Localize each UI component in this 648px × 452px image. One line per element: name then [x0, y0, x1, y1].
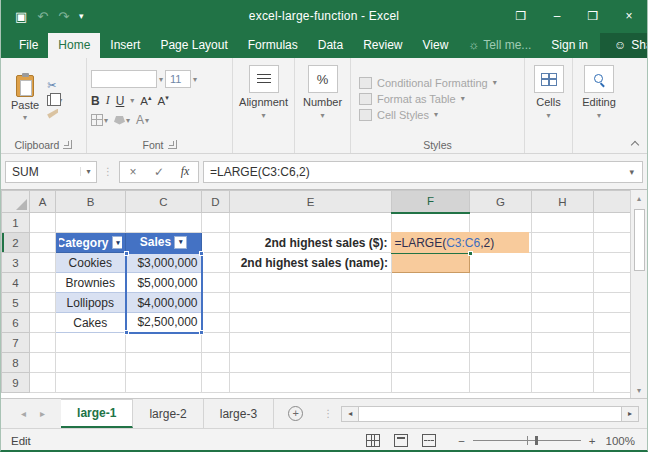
cell[interactable]: [30, 233, 56, 253]
collapse-ribbon-icon[interactable]: [631, 140, 639, 148]
minimize-icon[interactable]: –: [539, 2, 575, 30]
cell[interactable]: [392, 313, 470, 333]
cell[interactable]: [230, 333, 392, 353]
format-as-table-button[interactable]: Format as Table▾: [359, 93, 516, 105]
zoom-slider[interactable]: [473, 440, 581, 441]
horizontal-scroll-track[interactable]: [359, 406, 621, 422]
cell[interactable]: [594, 293, 631, 313]
vertical-scrollbar[interactable]: ▴ ▾: [630, 190, 647, 398]
cell-b2-category-header[interactable]: Category▾: [56, 233, 126, 253]
cell[interactable]: [392, 333, 470, 353]
cell[interactable]: [532, 273, 594, 293]
col-header-d[interactable]: D: [202, 191, 230, 213]
cell[interactable]: [230, 293, 392, 313]
tab-page-layout[interactable]: Page Layout: [150, 33, 237, 58]
cell[interactable]: [30, 213, 56, 233]
font-size-dropdown-icon[interactable]: ▾: [193, 75, 197, 84]
bold-button[interactable]: B: [91, 94, 100, 108]
close-icon[interactable]: ×: [611, 2, 647, 30]
maximize-icon[interactable]: ❒: [575, 2, 611, 30]
cell[interactable]: [230, 313, 392, 333]
cell[interactable]: [30, 293, 56, 313]
font-dialog-launcher-icon[interactable]: [168, 140, 177, 149]
cell[interactable]: [594, 273, 631, 293]
row-header-5[interactable]: 5: [2, 293, 30, 313]
cell-c2-sales-header[interactable]: Sales▾: [126, 233, 202, 253]
formula-input[interactable]: =LARGE(C3:C6,2) ▾: [203, 161, 643, 183]
cell[interactable]: [470, 373, 532, 393]
cell[interactable]: [594, 253, 631, 273]
editing-button[interactable]: Editing ▾: [577, 61, 621, 153]
cell[interactable]: [56, 373, 126, 393]
cell[interactable]: [470, 313, 532, 333]
cell[interactable]: [202, 313, 230, 333]
horizontal-scrollbar[interactable]: ◂ ▸: [341, 404, 639, 423]
cut-button[interactable]: ✂: [47, 79, 62, 92]
font-name-dropdown-icon[interactable]: ▾: [159, 75, 163, 84]
ribbon-display-options-icon[interactable]: ❒: [503, 2, 539, 30]
cell[interactable]: [202, 293, 230, 313]
font-name-input[interactable]: [91, 70, 157, 88]
tab-review[interactable]: Review: [353, 33, 412, 58]
cell[interactable]: [230, 273, 392, 293]
cell[interactable]: [126, 353, 202, 373]
row-header-8[interactable]: 8: [2, 353, 30, 373]
cell[interactable]: [594, 233, 631, 253]
cell[interactable]: [532, 353, 594, 373]
undo-icon[interactable]: ↶: [37, 9, 48, 24]
cell[interactable]: [202, 253, 230, 273]
cell-f2-active-formula[interactable]: =LARGE(C3:C6,2): [392, 233, 470, 253]
cell[interactable]: [392, 293, 470, 313]
new-sheet-button[interactable]: +: [274, 399, 317, 428]
cell[interactable]: [126, 333, 202, 353]
name-box-dropdown-icon[interactable]: ▾: [80, 167, 96, 176]
cell[interactable]: [56, 333, 126, 353]
zoom-out-icon[interactable]: −: [458, 435, 465, 447]
cell[interactable]: [202, 333, 230, 353]
cell-c4[interactable]: $5,000,000: [126, 273, 202, 293]
cells-button[interactable]: Cells ▾: [529, 61, 568, 153]
tell-me-box[interactable]: ☼ Tell me...: [458, 33, 541, 58]
cell[interactable]: [594, 353, 631, 373]
sheet-tab-large-2[interactable]: large-2: [133, 399, 203, 428]
vertical-scroll-thumb[interactable]: [634, 209, 645, 271]
grow-font-button[interactable]: A▴: [140, 94, 151, 107]
cell[interactable]: [392, 353, 470, 373]
insert-function-button[interactable]: fx: [172, 164, 198, 179]
cell[interactable]: [532, 233, 594, 253]
cell[interactable]: [202, 353, 230, 373]
row-header-4[interactable]: 4: [2, 273, 30, 293]
sheet-tab-large-3[interactable]: large-3: [204, 399, 274, 428]
col-header-g[interactable]: G: [470, 191, 532, 213]
cell[interactable]: [30, 253, 56, 273]
zoom-in-icon[interactable]: +: [589, 435, 596, 447]
enter-button[interactable]: ✓: [146, 165, 172, 179]
col-header-e[interactable]: E: [230, 191, 392, 213]
row-header-6[interactable]: 6: [2, 313, 30, 333]
cell-styles-button[interactable]: Cell Styles▾: [359, 109, 516, 121]
cell[interactable]: [532, 313, 594, 333]
cell[interactable]: [532, 373, 594, 393]
col-header-b[interactable]: B: [56, 191, 126, 213]
prev-sheet-icon[interactable]: ◂: [21, 408, 26, 419]
col-header-a[interactable]: A: [30, 191, 56, 213]
cell[interactable]: [230, 213, 392, 233]
row-header-2[interactable]: 2: [2, 233, 30, 253]
col-header-f[interactable]: F: [392, 191, 470, 213]
cell[interactable]: [470, 353, 532, 373]
expand-formula-bar-icon[interactable]: ▾: [629, 167, 642, 177]
font-color-button[interactable]: A▾: [136, 113, 149, 127]
cell-f3-highlighted[interactable]: [392, 253, 470, 273]
col-header-h[interactable]: H: [532, 191, 594, 213]
cell[interactable]: [30, 353, 56, 373]
conditional-formatting-button[interactable]: Conditional Formatting▾: [359, 77, 516, 89]
cell-b6[interactable]: Cakes: [56, 313, 126, 333]
cancel-button[interactable]: ×: [120, 165, 146, 179]
cell[interactable]: [202, 213, 230, 233]
cell[interactable]: [30, 333, 56, 353]
cell[interactable]: [30, 373, 56, 393]
cell[interactable]: [470, 213, 532, 233]
tab-file[interactable]: File: [9, 33, 48, 58]
row-header-7[interactable]: 7: [2, 333, 30, 353]
shrink-font-button[interactable]: A▾: [158, 94, 169, 107]
